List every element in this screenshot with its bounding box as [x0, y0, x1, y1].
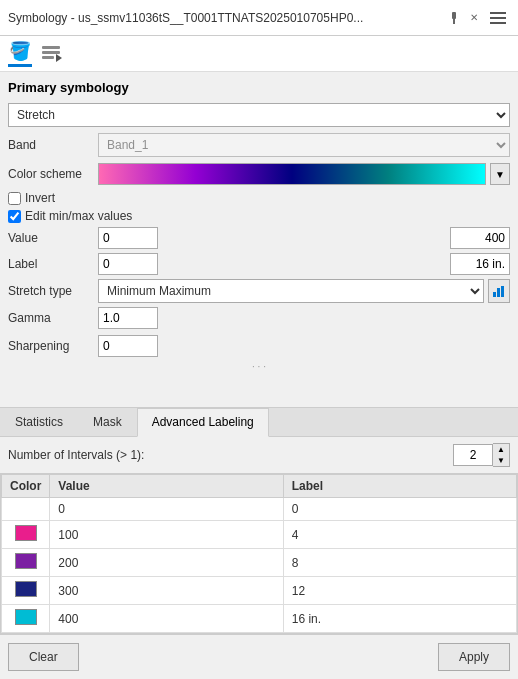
edit-minmax-label[interactable]: Edit min/max values: [25, 209, 132, 223]
band-label: Band: [8, 138, 98, 152]
svg-rect-3: [42, 51, 60, 54]
label-cell-0: 0: [283, 498, 516, 521]
histogram-chart-icon: [492, 284, 506, 298]
value-cell-0: 0: [50, 498, 283, 521]
layer-tool-button[interactable]: [40, 40, 62, 67]
table-header: Color Value Label: [2, 475, 517, 498]
label-row: Label: [8, 253, 510, 275]
intervals-spinner: ▲ ▼: [453, 443, 510, 467]
svg-rect-1: [453, 19, 455, 24]
intervals-label: Number of Intervals (> 1):: [8, 448, 144, 462]
value-cell-2: 200: [50, 549, 283, 577]
apply-button[interactable]: Apply: [438, 643, 510, 671]
spinner-buttons: ▲ ▼: [493, 443, 510, 467]
label-label: Label: [8, 257, 98, 271]
stretch-dropdown-wrapper: Stretch: [8, 103, 510, 127]
color-swatch-1: [15, 525, 37, 541]
svg-marker-5: [56, 54, 62, 62]
band-row: Band Band_1: [8, 133, 510, 157]
color-scheme-bar[interactable]: [98, 163, 486, 185]
layer-icon: [40, 40, 62, 62]
clear-button[interactable]: Clear: [8, 643, 79, 671]
stretch-dropdown[interactable]: Stretch: [8, 103, 510, 127]
toolbar-icons: 🪣: [8, 40, 62, 67]
resize-handle[interactable]: · · ·: [8, 363, 510, 371]
section-title: Primary symbology: [8, 80, 510, 95]
tab-advanced-labeling[interactable]: Advanced Labeling: [137, 408, 269, 437]
stretch-type-select-row: Stretch type Minimum Maximum: [8, 279, 510, 303]
spinner-down-button[interactable]: ▼: [493, 455, 509, 466]
toolbar: 🪣: [0, 36, 518, 72]
color-cell-3[interactable]: [2, 577, 50, 605]
pin-button[interactable]: [446, 10, 462, 26]
label-left-input[interactable]: [98, 253, 158, 275]
svg-rect-8: [501, 286, 504, 297]
table-row: 100 4: [2, 521, 517, 549]
color-scheme-wrapper: ▼: [98, 163, 510, 185]
paint-bucket-icon: 🪣: [9, 40, 31, 62]
color-scheme-dropdown-btn[interactable]: ▼: [490, 163, 510, 185]
value-left-input[interactable]: [98, 227, 158, 249]
bottom-panel: Statistics Mask Advanced Labeling Number…: [0, 407, 518, 679]
title-bar-right: ✕: [446, 8, 510, 28]
col-header-color: Color: [2, 475, 50, 498]
bottom-buttons: Clear Apply: [0, 634, 518, 679]
intervals-input[interactable]: [453, 444, 493, 466]
svg-rect-7: [497, 288, 500, 297]
stretch-type-label: Stretch type: [8, 284, 98, 298]
tab-bar: Statistics Mask Advanced Labeling: [0, 408, 518, 437]
value-cell-3: 300: [50, 577, 283, 605]
invert-row: Invert: [8, 191, 510, 205]
edit-minmax-checkbox[interactable]: [8, 210, 21, 223]
label-cell-2: 8: [283, 549, 516, 577]
invert-label[interactable]: Invert: [25, 191, 55, 205]
value-right-input[interactable]: [450, 227, 510, 249]
value-cell-1: 100: [50, 521, 283, 549]
gamma-input[interactable]: [98, 307, 158, 329]
svg-rect-2: [42, 46, 60, 49]
band-dropdown-wrapper: Band_1: [98, 133, 510, 157]
sharpening-row: Sharpening: [8, 335, 510, 357]
band-dropdown[interactable]: Band_1: [98, 133, 510, 157]
table-row: 300 12: [2, 577, 517, 605]
color-swatch-4: [15, 609, 37, 625]
stretch-type-row: Stretch: [8, 103, 510, 127]
spinner-up-button[interactable]: ▲: [493, 444, 509, 455]
color-swatch-3: [15, 581, 37, 597]
label-cell-1: 4: [283, 521, 516, 549]
title-bar: Symbology - us_ssmv11036tS__T0001TTNATS2…: [0, 0, 518, 36]
title-bar-left: Symbology - us_ssmv11036tS__T0001TTNATS2…: [8, 11, 446, 25]
color-scheme-label: Color scheme: [8, 167, 98, 181]
color-cell-4[interactable]: [2, 605, 50, 633]
gamma-row: Gamma: [8, 307, 510, 329]
svg-rect-6: [493, 292, 496, 297]
label-table-container: Color Value Label 0 0 10: [0, 473, 518, 634]
value-label: Value: [8, 231, 98, 245]
main-content: Primary symbology Stretch Band Band_1 Co…: [0, 72, 518, 407]
table-body: 0 0 100 4 200: [2, 498, 517, 633]
sharpening-label: Sharpening: [8, 339, 98, 353]
title-text: Symbology - us_ssmv11036tS__T0001TTNATS2…: [8, 11, 363, 25]
color-cell-0[interactable]: [2, 498, 50, 521]
main-window: Symbology - us_ssmv11036tS__T0001TTNATS2…: [0, 0, 518, 679]
histogram-icon[interactable]: [488, 279, 510, 303]
label-cell-4: 16 in.: [283, 605, 516, 633]
table-row: 200 8: [2, 549, 517, 577]
color-scheme-row: Color scheme ▼: [8, 163, 510, 185]
invert-checkbox[interactable]: [8, 192, 21, 205]
value-row: Value: [8, 227, 510, 249]
value-cell-4: 400: [50, 605, 283, 633]
intervals-row: Number of Intervals (> 1): ▲ ▼: [0, 437, 518, 473]
stretch-type-select[interactable]: Minimum Maximum: [98, 279, 484, 303]
color-cell-1[interactable]: [2, 521, 50, 549]
sharpening-input[interactable]: [98, 335, 158, 357]
gamma-label: Gamma: [8, 311, 98, 325]
menu-button[interactable]: [486, 8, 510, 28]
tab-mask[interactable]: Mask: [78, 408, 137, 436]
label-right-input[interactable]: [450, 253, 510, 275]
color-cell-2[interactable]: [2, 549, 50, 577]
close-button[interactable]: ✕: [466, 10, 482, 26]
symbology-tool-button[interactable]: 🪣: [8, 40, 32, 67]
tab-statistics[interactable]: Statistics: [0, 408, 78, 436]
svg-rect-0: [452, 12, 456, 19]
